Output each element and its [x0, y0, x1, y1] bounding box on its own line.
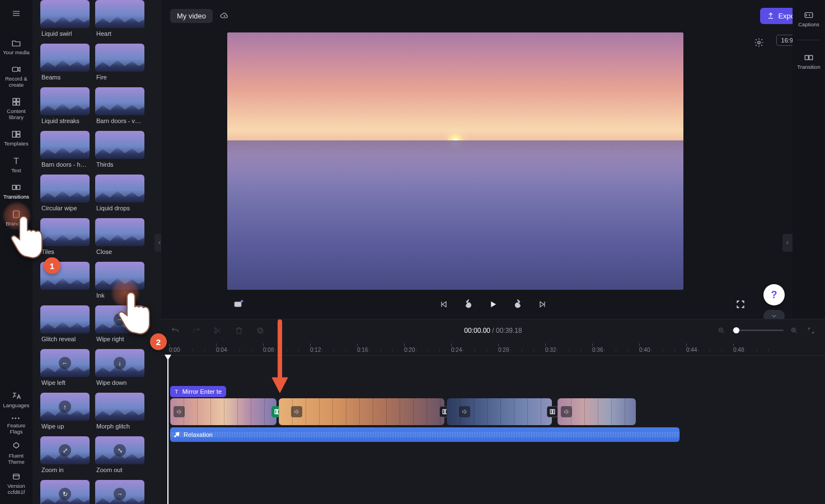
- ruler-minor: [428, 349, 428, 351]
- transition-thumbnail: [40, 44, 90, 72]
- ruler-minor: [416, 349, 416, 351]
- transition-item[interactable]: Liquid swirl: [40, 0, 90, 44]
- rrail-captions[interactable]: Captions: [793, 8, 825, 30]
- rewind-button[interactable]: 5: [462, 298, 475, 310]
- video-clip-4[interactable]: [557, 398, 636, 425]
- ruler-minor: [193, 349, 193, 351]
- fit-timeline-button[interactable]: [805, 324, 817, 337]
- transition-item[interactable]: ←Wipe left: [40, 349, 90, 393]
- transitions-scroll[interactable]: Liquid swirlHeartBeamsFireLiquid streaks…: [32, 0, 161, 504]
- transition-item[interactable]: Circular wipe: [40, 175, 90, 218]
- video-clip-3[interactable]: [447, 398, 552, 425]
- transition-item[interactable]: Beams: [40, 44, 90, 87]
- nav-text[interactable]: Text: [0, 152, 32, 178]
- nav-content-library[interactable]: Content library: [0, 92, 32, 125]
- menu-button[interactable]: [6, 3, 26, 23]
- undo-button[interactable]: [169, 324, 181, 337]
- transition-thumbnail: [40, 218, 90, 246]
- zoom-slider[interactable]: [732, 329, 784, 331]
- ruler-minor: [616, 349, 616, 351]
- transition-item[interactable]: Heart: [95, 0, 144, 44]
- nav-transitions[interactable]: Transitions: [0, 178, 32, 204]
- ruler-minor: [251, 349, 252, 351]
- redo-button[interactable]: [190, 324, 203, 337]
- nav-record-create[interactable]: Record & create: [0, 60, 32, 92]
- help-button[interactable]: ?: [763, 284, 785, 305]
- transition-item[interactable]: →: [95, 480, 144, 504]
- skip-start-button[interactable]: [438, 298, 450, 310]
- svg-point-19: [214, 328, 216, 329]
- play-button[interactable]: [487, 298, 499, 310]
- nav-feature-flags[interactable]: ••• Feature Flags: [0, 412, 32, 438]
- transition-item[interactable]: Thirds: [95, 131, 144, 175]
- transition-item[interactable]: Close: [95, 218, 144, 262]
- nav-fluent-theme[interactable]: Fluent Theme: [0, 438, 32, 468]
- duplicate-button[interactable]: [254, 324, 266, 337]
- zoom-in-button[interactable]: [788, 324, 800, 337]
- panel-collapse-tab[interactable]: [154, 234, 161, 252]
- transition-badge-icon: ↻: [59, 488, 71, 500]
- camera-icon: [11, 64, 21, 74]
- video-preview[interactable]: [227, 32, 683, 290]
- ruler-label: 0:16: [357, 347, 368, 353]
- timeline-ruler[interactable]: 0:000:040:080:120:160:200:240:280:320:36…: [161, 341, 825, 356]
- ruler-tick: 0:04: [216, 343, 227, 353]
- video-clip-2[interactable]: [279, 398, 444, 425]
- nav-templates[interactable]: Templates: [0, 125, 32, 151]
- upload-icon: [767, 12, 775, 20]
- fullscreen-button[interactable]: [734, 298, 747, 310]
- nav-label: Fluent Theme: [8, 453, 25, 465]
- preview-settings-button[interactable]: [751, 35, 767, 50]
- transition-item[interactable]: ↑Wipe up: [40, 393, 90, 436]
- nav-your-media[interactable]: Your media: [0, 34, 32, 60]
- captions-button[interactable]: ✦: [234, 298, 246, 310]
- transition-item[interactable]: ⤡Zoom out: [95, 436, 144, 480]
- clip-audio-icon[interactable]: [174, 406, 185, 417]
- nav-label: Your media: [3, 50, 30, 55]
- transition-item[interactable]: Fire: [95, 44, 144, 87]
- playhead[interactable]: [167, 356, 168, 504]
- delete-button[interactable]: [233, 324, 245, 337]
- transition-node-3[interactable]: [547, 406, 558, 417]
- right-panel-expand-tab[interactable]: [782, 234, 793, 252]
- ruler-minor: [674, 349, 675, 351]
- project-title[interactable]: My video: [170, 9, 213, 23]
- video-clip-1[interactable]: [170, 398, 276, 425]
- transition-thumbnail: ←: [40, 349, 90, 377]
- transition-item[interactable]: Liquid streaks: [40, 87, 90, 131]
- transition-label: Wipe down: [96, 379, 144, 386]
- nav-version[interactable]: Version ccfd61f: [0, 468, 32, 498]
- folder-icon: [11, 38, 21, 48]
- timeline-tracks[interactable]: Mirror Enter te: [161, 356, 825, 504]
- zoom-out-button[interactable]: [715, 324, 728, 337]
- forward-button[interactable]: 5: [512, 298, 524, 310]
- rrail-transition[interactable]: Transition: [793, 50, 825, 72]
- ruler-tick: 0:48: [733, 343, 744, 353]
- skip-end-button[interactable]: [536, 298, 549, 310]
- audio-track[interactable]: Relaxation: [170, 427, 679, 442]
- ruler-tick: 0:40: [639, 343, 650, 353]
- transition-item[interactable]: ↓Wipe down: [95, 349, 144, 393]
- nav-label: Record & create: [5, 76, 27, 88]
- clip-audio-icon[interactable]: [561, 406, 572, 417]
- clip-audio-icon[interactable]: [459, 406, 470, 417]
- nav-languages[interactable]: Languages: [0, 388, 32, 412]
- clip-audio-icon[interactable]: [291, 406, 302, 417]
- split-button[interactable]: [212, 324, 224, 337]
- ruler-minor: [334, 349, 334, 351]
- transition-item[interactable]: Barn doors - h…: [40, 131, 90, 175]
- transition-item[interactable]: Barn doors - ve…: [95, 87, 144, 131]
- nav-label: Transitions: [3, 194, 29, 200]
- transition-item[interactable]: ⤢Zoom in: [40, 436, 90, 480]
- transition-item[interactable]: Tiles: [40, 218, 90, 262]
- svg-point-20: [214, 331, 216, 333]
- transition-item[interactable]: Morph glitch: [95, 393, 144, 436]
- nav-label: Languages: [3, 403, 29, 408]
- transition-item[interactable]: Liquid drops: [95, 175, 144, 218]
- cloud-sync-icon: [219, 11, 229, 21]
- ruler-tick: 0:44: [686, 343, 697, 353]
- transitions-icon: [11, 182, 21, 192]
- transition-item[interactable]: ↻: [40, 480, 90, 504]
- transition-item[interactable]: Glitch reveal: [40, 305, 90, 349]
- text-clip[interactable]: Mirror Enter te: [170, 386, 226, 397]
